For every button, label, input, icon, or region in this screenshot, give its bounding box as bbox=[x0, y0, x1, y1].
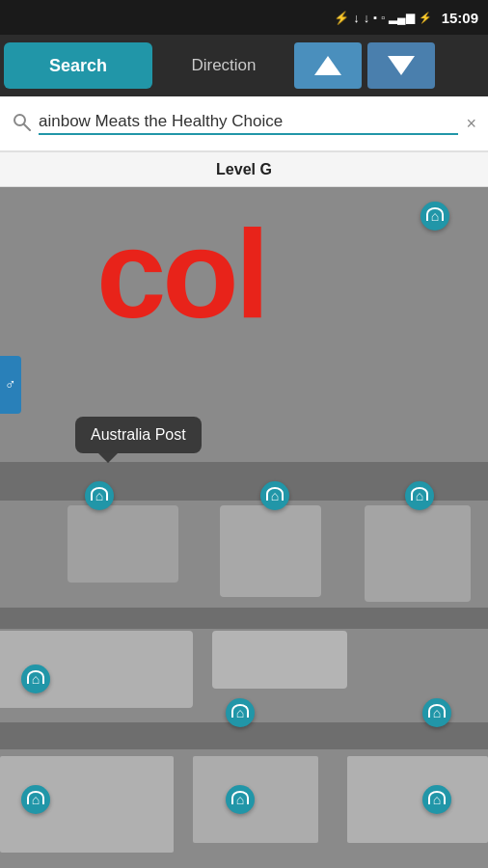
map-marker-top-right[interactable]: ⌂ bbox=[420, 202, 449, 231]
australia-post-tooltip[interactable]: Australia Post bbox=[75, 417, 202, 453]
store-block-5[interactable] bbox=[212, 631, 347, 689]
home-icon-7: ⌂ bbox=[32, 792, 40, 807]
search-icon bbox=[12, 112, 31, 136]
map-marker-store4[interactable]: ⌂ bbox=[21, 665, 50, 693]
battery-icon: ⚡ bbox=[419, 12, 432, 24]
map-marker-store5[interactable]: ⌂ bbox=[226, 698, 255, 727]
map-marker-store6[interactable]: ⌂ bbox=[422, 698, 451, 727]
home-icon-3: ⌂ bbox=[416, 488, 423, 503]
search-bar: × bbox=[0, 96, 488, 152]
tab-bar: Search Direction bbox=[0, 35, 488, 96]
floor-area-bottom-mid bbox=[193, 756, 318, 843]
map-marker-store3[interactable]: ⌂ bbox=[405, 481, 434, 510]
arrow-up-icon bbox=[314, 56, 341, 75]
store-block-1[interactable] bbox=[68, 505, 178, 583]
map-marker-bottom3[interactable]: ⌂ bbox=[422, 785, 451, 814]
clear-button[interactable]: × bbox=[466, 114, 476, 134]
storage-icon: ▪ bbox=[373, 12, 377, 23]
status-bar: ⚡ ↓ ↓ ▪ ▫ ▂▄▆ ⚡ 15:09 bbox=[0, 0, 488, 35]
floor-area-bottom-right bbox=[347, 756, 488, 843]
svg-line-1 bbox=[24, 124, 30, 130]
download-icon: ↓ bbox=[353, 11, 360, 25]
usb-icon: ⚡ bbox=[334, 11, 349, 25]
signal-icon: ▂▄▆ bbox=[389, 11, 415, 24]
road-horizontal-middle bbox=[0, 608, 488, 629]
image-icon: ▫ bbox=[381, 12, 385, 23]
map-marker-store1[interactable]: ⌂ bbox=[85, 481, 114, 510]
home-icon-4: ⌂ bbox=[32, 671, 40, 687]
coles-text: col bbox=[96, 211, 266, 337]
search-tab[interactable]: Search bbox=[4, 42, 152, 89]
download2-icon: ↓ bbox=[364, 11, 370, 25]
store-block-2[interactable] bbox=[220, 505, 321, 597]
status-time: 15:09 bbox=[442, 10, 478, 26]
tooltip-label: Australia Post bbox=[91, 426, 186, 443]
map-marker-bottom1[interactable]: ⌂ bbox=[21, 785, 50, 814]
home-icon-8: ⌂ bbox=[236, 792, 244, 807]
home-icon-5: ⌂ bbox=[236, 705, 244, 720]
bathroom-sign: ♂ bbox=[0, 356, 21, 414]
home-icon-2: ⌂ bbox=[271, 488, 279, 503]
bathroom-icon: ♂ bbox=[5, 376, 16, 393]
map-marker-bottom2[interactable]: ⌂ bbox=[226, 785, 255, 814]
level-indicator: Level G bbox=[0, 152, 488, 187]
status-icons: ⚡ ↓ ↓ ▪ ▫ ▂▄▆ ⚡ 15:09 bbox=[334, 10, 478, 26]
level-down-button[interactable] bbox=[367, 42, 435, 89]
direction-tab-label: Direction bbox=[191, 56, 256, 75]
home-icon-1: ⌂ bbox=[95, 488, 103, 503]
search-tab-label: Search bbox=[49, 56, 107, 76]
level-up-button[interactable] bbox=[294, 42, 362, 89]
search-input[interactable] bbox=[39, 112, 458, 135]
map-area[interactable]: col ⌂ ♂ ⌂ ⌂ ⌂ ⌂ ⌂ ⌂ ⌂ ⌂ bbox=[0, 187, 488, 868]
home-icon-9: ⌂ bbox=[433, 792, 441, 807]
store-block-3[interactable] bbox=[365, 505, 471, 602]
level-text: Level G bbox=[216, 161, 272, 178]
direction-tab[interactable]: Direction bbox=[156, 35, 291, 96]
arrow-down-icon bbox=[388, 56, 415, 75]
home-icon-6: ⌂ bbox=[433, 705, 441, 720]
home-icon: ⌂ bbox=[431, 208, 439, 224]
map-marker-store2[interactable]: ⌂ bbox=[260, 481, 289, 510]
